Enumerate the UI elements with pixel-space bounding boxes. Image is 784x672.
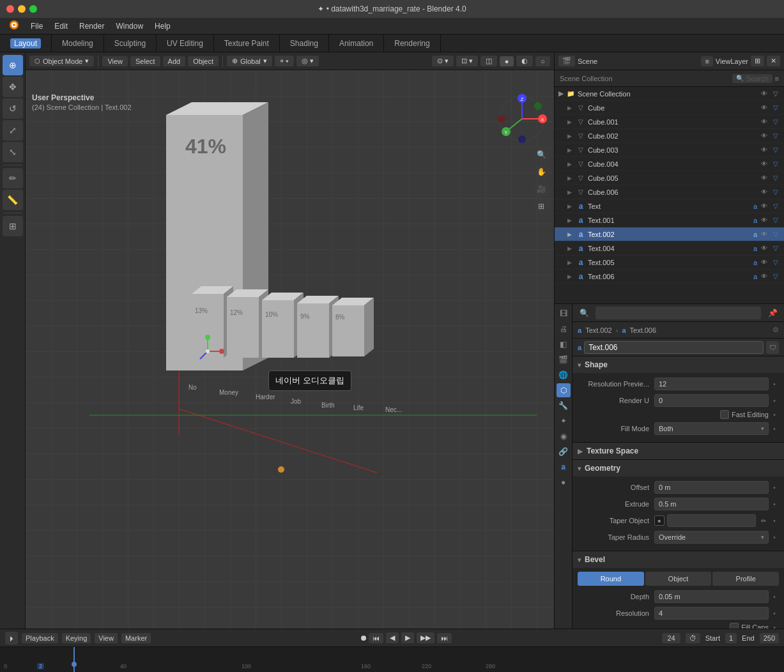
fill-mode-dropdown[interactable]: Both ▾ (654, 422, 769, 435)
toolbar-add-cube[interactable]: ⊞ (3, 216, 23, 236)
offset-pin[interactable]: • (770, 483, 779, 492)
tab-animation[interactable]: Animation (329, 34, 384, 52)
scene-icon-btn[interactable]: 🎬 (558, 56, 575, 66)
outliner-search[interactable]: 🔍 Search (732, 74, 772, 83)
menu-edit[interactable]: Edit (49, 20, 73, 32)
toolbar-transform[interactable]: ⤡ (3, 142, 23, 162)
bevel-depth-pin[interactable]: • (770, 592, 779, 601)
breadcrumb-text002[interactable]: Text.002 (585, 326, 612, 334)
maximize-button[interactable] (29, 5, 37, 13)
toolbar-move[interactable]: ✥ (3, 77, 23, 97)
fill-mode-pin[interactable]: • (770, 424, 779, 433)
render-u-value[interactable]: 0 (654, 394, 769, 407)
marker-btn[interactable]: Marker (121, 633, 151, 643)
close-button[interactable] (6, 5, 14, 13)
menu-file[interactable]: File (26, 20, 48, 32)
taper-edit-btn[interactable]: ✏ (758, 515, 769, 526)
playhead[interactable] (73, 647, 75, 672)
breadcrumb-text006[interactable]: Text.006 (630, 326, 657, 334)
extrude-value[interactable]: 0.5 m (654, 498, 769, 510)
viewlayer-options[interactable]: ⊞ (751, 56, 764, 66)
outliner-text[interactable]: ▶ a Text a 👁 ▽ (555, 199, 784, 213)
menu-window[interactable]: Window (111, 20, 148, 32)
select-menu[interactable]: Select (130, 56, 160, 66)
props-particles-icon[interactable]: ✦ (557, 414, 571, 428)
xray-btn[interactable]: ◫ (480, 56, 497, 66)
shape-section-header[interactable]: ▾ Shape (573, 356, 784, 373)
outliner-cube-002[interactable]: ▶ ▽ Cube.002 👁 ▽ (555, 129, 784, 143)
outliner-text-006[interactable]: ▶ a Text.006 a 👁 ▽ (555, 270, 784, 284)
outliner-text-004[interactable]: ▶ a Text.004 a 👁 ▽ (555, 241, 784, 256)
tab-rendering[interactable]: Rendering (384, 34, 440, 52)
outliner-text-001[interactable]: ▶ a Text.001 a 👁 ▽ (555, 213, 784, 227)
toolbar-rotate[interactable]: ↺ (3, 98, 23, 119)
outliner-cube[interactable]: ▶ ▽ Cube 👁 ▽ (555, 101, 784, 115)
outliner-text-002[interactable]: ▶ a Text.002 a 👁 ▽ (555, 227, 784, 241)
props-view-layer-icon[interactable]: ◧ (557, 337, 571, 351)
taper-radius-pin[interactable]: • (770, 533, 779, 542)
current-frame-display[interactable]: 24 (662, 633, 680, 643)
play-btn[interactable]: ▶ (401, 632, 414, 643)
shading-mode-render[interactable]: ○ (535, 56, 550, 66)
outliner-cube-001[interactable]: ▶ ▽ Cube.001 👁 ▽ (555, 115, 784, 129)
timeline-icon-btn[interactable]: ⏵ (5, 632, 18, 645)
shading-mode-material[interactable]: ◐ (516, 56, 533, 66)
extrude-pin[interactable]: • (770, 500, 779, 508)
render-u-pin[interactable]: • (770, 396, 779, 405)
playback-btn[interactable]: Playback (22, 633, 58, 643)
fast-editing-pin[interactable]: • (770, 410, 779, 419)
clock-icon[interactable]: ⏱ (686, 633, 700, 643)
mode-selector[interactable]: ⬡ Object Mode ▾ (29, 56, 94, 66)
bevel-resolution-value[interactable]: 4 (654, 607, 769, 620)
proportional-btn[interactable]: ◎ ▾ (296, 56, 319, 66)
bevel-tab-profile[interactable]: Profile (712, 572, 779, 586)
props-scene-icon[interactable]: 🎬 (557, 353, 571, 367)
outliner-scene-collection[interactable]: ▶ 📁 Scene Collection 👁 ▽ (555, 87, 784, 101)
menu-blender[interactable] (4, 19, 24, 33)
menu-help[interactable]: Help (150, 20, 176, 32)
next-frame-btn[interactable]: ▶▶ (417, 632, 434, 643)
bevel-resolution-pin[interactable]: • (770, 609, 779, 618)
props-pin[interactable]: 📌 (765, 306, 780, 320)
props-search[interactable]: 🔍 (576, 306, 592, 320)
bevel-section-header[interactable]: ▾ Bevel (573, 551, 784, 568)
resolution-preview-value[interactable]: 12 (654, 378, 769, 390)
transform-orient[interactable]: ⊕ Global ▾ (227, 56, 272, 66)
fill-caps-pin[interactable]: • (770, 623, 779, 629)
object-menu[interactable]: Object (188, 56, 219, 66)
tab-sculpting[interactable]: Sculpting (104, 34, 157, 52)
prev-frame-btn[interactable]: ◀ (386, 632, 399, 643)
eye-icon[interactable]: 👁 (760, 90, 769, 97)
viewport[interactable]: ⬡ Object Mode ▾ View Select Add Object ⊕… (26, 52, 554, 629)
menu-render[interactable]: Render (74, 20, 109, 32)
taper-color-btn[interactable]: ■ (654, 515, 665, 526)
toolbar-scale[interactable]: ⤢ (3, 120, 23, 141)
offset-value[interactable]: 0 m (654, 481, 769, 494)
props-physics-icon[interactable]: ◉ (557, 429, 571, 443)
cube-eye[interactable]: 👁 (760, 104, 769, 111)
bevel-tab-object[interactable]: Object (645, 572, 712, 586)
outliner-filter[interactable]: ≡ (775, 75, 779, 82)
tab-shading[interactable]: Shading (280, 34, 329, 52)
props-constraints-icon[interactable]: 🔗 (557, 445, 571, 459)
props-material-icon[interactable]: ● (557, 475, 571, 489)
end-frame[interactable]: 250 (760, 633, 779, 643)
outliner-cube-003[interactable]: ▶ ▽ Cube.003 👁 ▽ (555, 143, 784, 157)
taper-object-value[interactable] (667, 514, 756, 527)
props-object-icon[interactable]: ⬡ (557, 383, 571, 397)
keying-btn[interactable]: Keying (62, 633, 91, 643)
view-btn[interactable]: View (95, 633, 118, 643)
fill-caps-checkbox[interactable] (730, 623, 739, 629)
outliner-cube-006[interactable]: ▶ ▽ Cube.006 👁 ▽ (555, 185, 784, 199)
taper-object-pin[interactable]: • (770, 516, 779, 525)
fast-editing-checkbox[interactable] (720, 410, 729, 419)
jump-start-btn[interactable]: ⏮ (369, 633, 383, 643)
filter-icon[interactable]: ▽ (771, 90, 780, 97)
toolbar-measure[interactable]: 📏 (3, 190, 23, 210)
texture-space-header[interactable]: ▶ Texture Space (573, 443, 784, 459)
props-output-icon[interactable]: 🖨 (557, 322, 571, 336)
add-menu[interactable]: Add (163, 56, 186, 66)
filter-icon[interactable]: ≡ (701, 56, 712, 66)
toolbar-cursor[interactable]: ⊕ (3, 55, 23, 75)
taper-radius-dropdown[interactable]: Override ▾ (654, 531, 769, 544)
